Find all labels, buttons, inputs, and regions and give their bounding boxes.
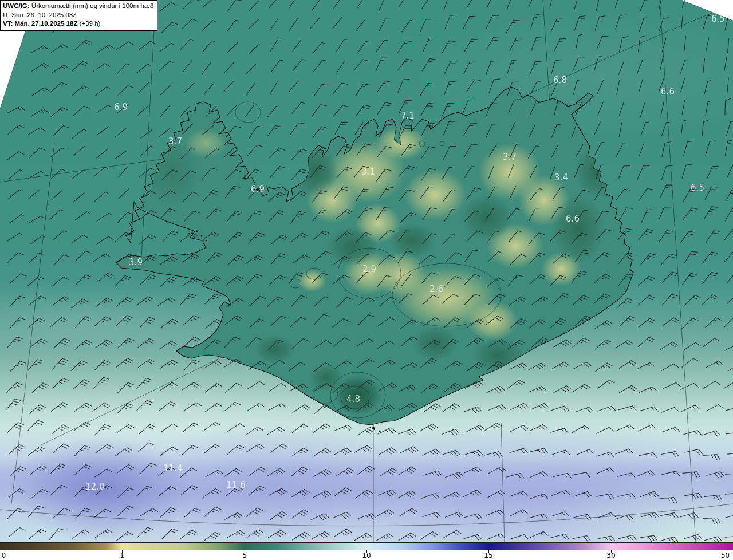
wind-barb <box>183 314 199 329</box>
wind-barb <box>595 14 605 32</box>
wind-barb <box>290 0 297 7</box>
wind-barb <box>576 448 594 460</box>
wind-barb <box>333 0 341 9</box>
wind-barb <box>530 530 548 542</box>
wind-barb <box>467 77 480 94</box>
wind-barb <box>267 467 285 481</box>
wind-barb <box>681 120 687 136</box>
wind-barb <box>204 531 220 542</box>
wind-barb <box>72 128 86 140</box>
colorbar-tick-label: 5 <box>242 551 247 559</box>
wind-barb <box>703 15 711 31</box>
wind-barb <box>333 17 342 28</box>
wind-barb <box>270 19 278 31</box>
wind-barb <box>706 139 716 157</box>
wind-barb <box>639 35 646 52</box>
wind-barb <box>202 0 216 10</box>
wind-barb <box>94 507 111 522</box>
wind-barb <box>137 526 153 542</box>
wind-barb <box>270 82 278 94</box>
wind-barb <box>662 293 677 309</box>
wind-barb <box>682 271 696 288</box>
wind-barb <box>399 466 416 479</box>
wind-barb <box>53 376 69 392</box>
wind-barb <box>510 424 528 437</box>
wind-barb <box>182 381 199 395</box>
value-label: 3.9 <box>129 257 143 267</box>
wind-barb <box>420 423 437 436</box>
wind-barb <box>8 507 23 523</box>
wind-barb <box>617 472 635 482</box>
wind-barb <box>725 474 733 480</box>
wind-barb <box>270 164 285 181</box>
wind-barb <box>94 358 110 374</box>
wind-barb <box>726 432 733 439</box>
wind-barb <box>618 405 636 415</box>
wind-barb <box>727 270 733 286</box>
wind-barb <box>269 487 286 500</box>
wind-barb <box>397 57 412 74</box>
wind-barb <box>596 451 614 462</box>
wind-barb <box>249 44 259 54</box>
wind-barb <box>52 275 69 290</box>
value-label: 7.1 <box>401 111 415 121</box>
wind-barb <box>249 484 265 500</box>
wind-barb <box>137 376 152 392</box>
wind-barb <box>226 381 242 397</box>
wind-barb <box>289 81 298 92</box>
wind-barb <box>161 423 178 437</box>
wind-barb <box>160 358 178 373</box>
wind-barb <box>662 427 680 437</box>
wind-barb <box>659 228 673 246</box>
wind-barb <box>423 448 440 460</box>
wind-barb <box>6 397 21 413</box>
wind-barb <box>727 78 728 92</box>
wind-barb <box>96 104 111 115</box>
wind-barb <box>464 58 476 76</box>
title-line-valid: VT: Mán. 27.10.2025 18Z (+39 h) <box>3 19 153 29</box>
wind-barb <box>573 336 589 351</box>
wind-barb <box>619 359 636 373</box>
wind-barb <box>75 211 89 222</box>
wind-barb <box>180 38 193 52</box>
wind-barb <box>660 341 677 354</box>
wind-barb <box>683 206 697 223</box>
wind-barb <box>182 444 198 459</box>
wind-barb <box>724 57 727 71</box>
wind-barb <box>684 249 698 266</box>
wind-barb <box>484 451 502 461</box>
wind-barb <box>184 401 202 415</box>
wind-barb <box>639 386 657 398</box>
wind-barb <box>725 493 733 500</box>
wind-barb <box>51 43 68 57</box>
wind-barb <box>141 129 152 138</box>
wind-barb <box>162 21 178 37</box>
wind-barb <box>529 385 546 397</box>
wind-barb <box>725 249 733 265</box>
wind-barb <box>202 62 211 74</box>
wind-barb <box>336 61 347 76</box>
wind-barb <box>9 526 25 541</box>
wind-barb <box>356 19 365 30</box>
wind-barb <box>119 189 129 199</box>
wind-barb <box>550 428 568 438</box>
wind-barb <box>49 527 64 542</box>
wind-barb <box>507 58 518 76</box>
wind-barb <box>421 101 434 118</box>
wind-barb <box>204 487 221 502</box>
wind-barb <box>7 251 23 266</box>
wind-barb <box>54 337 70 352</box>
wind-barb <box>225 511 242 524</box>
wind-barb <box>116 295 133 310</box>
wind-barb <box>510 362 527 374</box>
weather-map-page: 6.93.76.97.13.16.86.66.53.73.46.56.63.92… <box>0 0 733 560</box>
wind-barb <box>706 100 711 116</box>
wind-barb <box>139 423 155 438</box>
wind-barb <box>203 19 216 32</box>
wind-barb <box>554 473 572 482</box>
wind-barb <box>54 253 69 269</box>
wind-barb <box>160 340 177 354</box>
wind-barb <box>726 139 733 156</box>
wind-barb <box>488 404 506 416</box>
wind-barb <box>313 125 328 141</box>
